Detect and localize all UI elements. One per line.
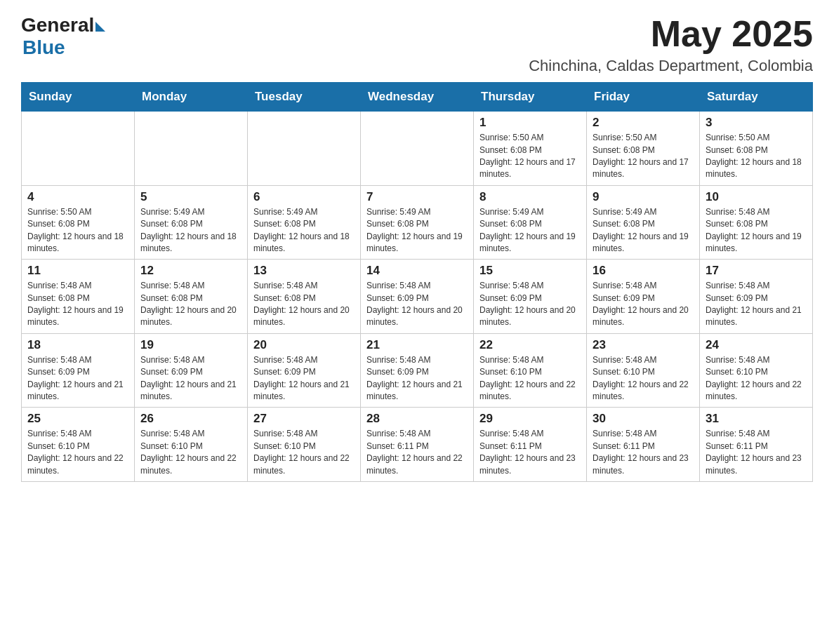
calendar-day-cell: 2Sunrise: 5:50 AMSunset: 6:08 PMDaylight… xyxy=(587,112,700,186)
day-number: 14 xyxy=(366,264,468,278)
calendar-day-cell xyxy=(135,112,248,186)
calendar-day-cell: 30Sunrise: 5:48 AMSunset: 6:11 PMDayligh… xyxy=(587,408,700,482)
logo: General Blue xyxy=(21,14,105,59)
day-info: Sunrise: 5:48 AMSunset: 6:08 PMDaylight:… xyxy=(253,280,355,329)
day-number: 22 xyxy=(479,338,581,352)
day-info: Sunrise: 5:48 AMSunset: 6:11 PMDaylight:… xyxy=(479,428,581,477)
calendar-day-cell xyxy=(248,112,361,186)
calendar-day-cell: 12Sunrise: 5:48 AMSunset: 6:08 PMDayligh… xyxy=(135,260,248,334)
weekday-header-sunday: Sunday xyxy=(22,83,135,112)
weekday-header-saturday: Saturday xyxy=(700,83,813,112)
calendar-day-cell: 6Sunrise: 5:49 AMSunset: 6:08 PMDaylight… xyxy=(248,185,361,260)
day-info: Sunrise: 5:48 AMSunset: 6:09 PMDaylight:… xyxy=(479,280,581,329)
day-number: 15 xyxy=(479,264,581,278)
day-number: 11 xyxy=(27,264,128,278)
day-number: 18 xyxy=(27,338,128,352)
calendar-day-cell: 4Sunrise: 5:50 AMSunset: 6:08 PMDaylight… xyxy=(22,185,135,260)
calendar-day-cell: 16Sunrise: 5:48 AMSunset: 6:09 PMDayligh… xyxy=(587,260,700,334)
day-info: Sunrise: 5:49 AMSunset: 6:08 PMDaylight:… xyxy=(253,206,355,255)
calendar-day-cell: 28Sunrise: 5:48 AMSunset: 6:11 PMDayligh… xyxy=(361,408,474,482)
calendar-week-row: 25Sunrise: 5:48 AMSunset: 6:10 PMDayligh… xyxy=(22,408,813,482)
day-info: Sunrise: 5:48 AMSunset: 6:10 PMDaylight:… xyxy=(27,428,128,477)
calendar-day-cell: 26Sunrise: 5:48 AMSunset: 6:10 PMDayligh… xyxy=(135,408,248,482)
day-info: Sunrise: 5:50 AMSunset: 6:08 PMDaylight:… xyxy=(479,132,581,181)
weekday-header-tuesday: Tuesday xyxy=(248,83,361,112)
day-info: Sunrise: 5:48 AMSunset: 6:10 PMDaylight:… xyxy=(253,428,355,477)
day-number: 29 xyxy=(479,412,581,426)
calendar-day-cell: 5Sunrise: 5:49 AMSunset: 6:08 PMDaylight… xyxy=(135,185,248,260)
day-number: 3 xyxy=(706,116,807,130)
day-info: Sunrise: 5:48 AMSunset: 6:09 PMDaylight:… xyxy=(27,354,128,403)
logo-triangle-icon xyxy=(95,22,105,32)
calendar-day-cell xyxy=(361,112,474,186)
calendar-week-row: 11Sunrise: 5:48 AMSunset: 6:08 PMDayligh… xyxy=(22,260,813,334)
day-number: 13 xyxy=(253,264,355,278)
calendar-day-cell: 10Sunrise: 5:48 AMSunset: 6:08 PMDayligh… xyxy=(700,185,813,260)
day-info: Sunrise: 5:48 AMSunset: 6:09 PMDaylight:… xyxy=(593,280,694,329)
calendar-title: May 2025 xyxy=(529,14,813,54)
calendar-week-row: 1Sunrise: 5:50 AMSunset: 6:08 PMDaylight… xyxy=(22,112,813,186)
day-number: 28 xyxy=(366,412,468,426)
day-info: Sunrise: 5:48 AMSunset: 6:09 PMDaylight:… xyxy=(253,354,355,403)
calendar-week-row: 18Sunrise: 5:48 AMSunset: 6:09 PMDayligh… xyxy=(22,333,813,408)
calendar-day-cell: 27Sunrise: 5:48 AMSunset: 6:10 PMDayligh… xyxy=(248,408,361,482)
day-number: 25 xyxy=(27,412,128,426)
day-number: 21 xyxy=(366,338,468,352)
day-number: 2 xyxy=(593,116,694,130)
logo-general: General xyxy=(21,14,94,36)
day-info: Sunrise: 5:48 AMSunset: 6:09 PMDaylight:… xyxy=(706,280,807,329)
day-number: 1 xyxy=(479,116,581,130)
day-info: Sunrise: 5:50 AMSunset: 6:08 PMDaylight:… xyxy=(27,206,128,255)
day-number: 9 xyxy=(593,190,694,204)
day-info: Sunrise: 5:48 AMSunset: 6:09 PMDaylight:… xyxy=(366,280,468,329)
day-number: 12 xyxy=(140,264,241,278)
calendar-day-cell: 15Sunrise: 5:48 AMSunset: 6:09 PMDayligh… xyxy=(474,260,587,334)
day-info: Sunrise: 5:48 AMSunset: 6:08 PMDaylight:… xyxy=(140,280,241,329)
title-block: May 2025 Chinchina, Caldas Department, C… xyxy=(529,14,813,75)
logo-blue: Blue xyxy=(22,36,65,59)
day-info: Sunrise: 5:48 AMSunset: 6:11 PMDaylight:… xyxy=(366,428,468,477)
calendar-day-cell: 18Sunrise: 5:48 AMSunset: 6:09 PMDayligh… xyxy=(22,333,135,408)
day-info: Sunrise: 5:48 AMSunset: 6:10 PMDaylight:… xyxy=(479,354,581,403)
weekday-header-monday: Monday xyxy=(135,83,248,112)
day-info: Sunrise: 5:50 AMSunset: 6:08 PMDaylight:… xyxy=(593,132,694,181)
calendar-day-cell: 20Sunrise: 5:48 AMSunset: 6:09 PMDayligh… xyxy=(248,333,361,408)
calendar-week-row: 4Sunrise: 5:50 AMSunset: 6:08 PMDaylight… xyxy=(22,185,813,260)
weekday-header-wednesday: Wednesday xyxy=(361,83,474,112)
day-number: 30 xyxy=(593,412,694,426)
calendar-day-cell: 29Sunrise: 5:48 AMSunset: 6:11 PMDayligh… xyxy=(474,408,587,482)
day-number: 17 xyxy=(706,264,807,278)
day-number: 8 xyxy=(479,190,581,204)
day-number: 19 xyxy=(140,338,241,352)
day-number: 7 xyxy=(366,190,468,204)
calendar-day-cell: 14Sunrise: 5:48 AMSunset: 6:09 PMDayligh… xyxy=(361,260,474,334)
day-info: Sunrise: 5:48 AMSunset: 6:09 PMDaylight:… xyxy=(366,354,468,403)
calendar-day-cell: 8Sunrise: 5:49 AMSunset: 6:08 PMDaylight… xyxy=(474,185,587,260)
page-header: General Blue May 2025 Chinchina, Caldas … xyxy=(21,14,813,75)
day-number: 23 xyxy=(593,338,694,352)
weekday-header-friday: Friday xyxy=(587,83,700,112)
day-info: Sunrise: 5:48 AMSunset: 6:08 PMDaylight:… xyxy=(27,280,128,329)
day-info: Sunrise: 5:48 AMSunset: 6:11 PMDaylight:… xyxy=(706,428,807,477)
day-info: Sunrise: 5:50 AMSunset: 6:08 PMDaylight:… xyxy=(706,132,807,181)
day-number: 10 xyxy=(706,190,807,204)
day-number: 27 xyxy=(253,412,355,426)
calendar-day-cell: 19Sunrise: 5:48 AMSunset: 6:09 PMDayligh… xyxy=(135,333,248,408)
calendar-day-cell: 13Sunrise: 5:48 AMSunset: 6:08 PMDayligh… xyxy=(248,260,361,334)
day-info: Sunrise: 5:49 AMSunset: 6:08 PMDaylight:… xyxy=(366,206,468,255)
day-number: 5 xyxy=(140,190,241,204)
calendar-day-cell: 1Sunrise: 5:50 AMSunset: 6:08 PMDaylight… xyxy=(474,112,587,186)
calendar-day-cell: 17Sunrise: 5:48 AMSunset: 6:09 PMDayligh… xyxy=(700,260,813,334)
day-info: Sunrise: 5:48 AMSunset: 6:10 PMDaylight:… xyxy=(140,428,241,477)
day-number: 6 xyxy=(253,190,355,204)
weekday-header-thursday: Thursday xyxy=(474,83,587,112)
day-info: Sunrise: 5:49 AMSunset: 6:08 PMDaylight:… xyxy=(140,206,241,255)
calendar-day-cell: 22Sunrise: 5:48 AMSunset: 6:10 PMDayligh… xyxy=(474,333,587,408)
calendar-subtitle: Chinchina, Caldas Department, Colombia xyxy=(529,57,813,75)
day-info: Sunrise: 5:49 AMSunset: 6:08 PMDaylight:… xyxy=(479,206,581,255)
day-number: 26 xyxy=(140,412,241,426)
day-info: Sunrise: 5:48 AMSunset: 6:09 PMDaylight:… xyxy=(140,354,241,403)
day-info: Sunrise: 5:48 AMSunset: 6:10 PMDaylight:… xyxy=(706,354,807,403)
day-info: Sunrise: 5:48 AMSunset: 6:11 PMDaylight:… xyxy=(593,428,694,477)
day-number: 24 xyxy=(706,338,807,352)
